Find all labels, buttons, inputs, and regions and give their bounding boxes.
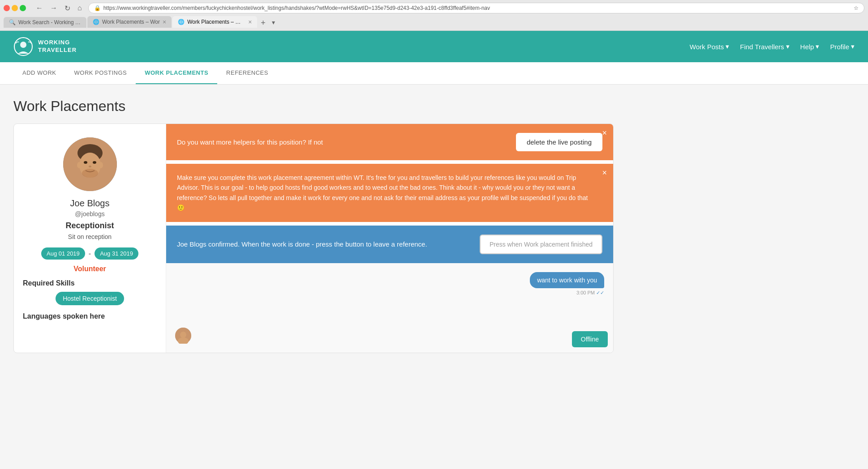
date-badges: Aug 01 2019 - Aug 31 2019 — [41, 247, 138, 260]
back-button[interactable]: ← — [33, 3, 46, 13]
svg-point-6 — [93, 161, 96, 164]
svg-point-10 — [99, 162, 103, 168]
placement-finished-button[interactable]: Press when Work placement finished — [480, 234, 602, 254]
browser-tab-1[interactable]: 🔍 Work Search - Working Trav — [4, 17, 86, 28]
alert1-text: Do you want more helpers for this positi… — [177, 138, 509, 146]
alert1-row: Do you want more helpers for this positi… — [177, 133, 602, 151]
chat-small-avatar — [175, 328, 191, 344]
bookmark-icon[interactable]: ☆ — [854, 5, 859, 11]
header-nav: Work Posts ▾ Find Travellers ▾ Help ▾ Pr… — [690, 43, 855, 51]
nav-profile-chevron: ▾ — [851, 43, 855, 51]
date-start-badge: Aug 01 2019 — [41, 247, 85, 260]
avatar-image — [63, 137, 117, 191]
logo-icon — [13, 37, 34, 57]
tab2-favicon: 🌐 — [93, 19, 99, 25]
svg-point-9 — [77, 162, 82, 168]
logo-area[interactable]: WORKING TRAVELLER — [13, 37, 77, 57]
tab3-close[interactable]: × — [248, 18, 252, 26]
confirm-text: Joe Blogs confirmed. When the work is do… — [177, 240, 473, 248]
user-role: Receptionist — [65, 221, 114, 230]
subnav-work-placements[interactable]: WORK PLACEMENTS — [136, 62, 217, 84]
sub-nav: ADD WORK WORK POSTINGS WORK PLACEMENTS R… — [0, 62, 868, 85]
svg-point-1 — [20, 42, 26, 48]
tab-list-button[interactable]: ▾ — [269, 17, 278, 28]
user-name: Joe Blogs — [70, 198, 110, 209]
volunteer-badge: Volunteer — [73, 265, 106, 273]
svg-point-12 — [180, 332, 186, 338]
avatar — [63, 137, 117, 191]
lock-icon: 🔒 — [94, 5, 101, 11]
nav-profile[interactable]: Profile ▾ — [830, 43, 855, 51]
nav-work-posts[interactable]: Work Posts ▾ — [690, 43, 729, 51]
new-tab-button[interactable]: + — [258, 18, 268, 28]
left-panel: Joe Blogs @joeblogs Receptionist Sit on … — [14, 124, 166, 353]
right-panel: × Do you want more helpers for this posi… — [166, 124, 613, 353]
tab1-title: Work Search - Working Trav — [18, 19, 81, 26]
date-end-badge: Aug 31 2019 — [95, 247, 138, 260]
svg-point-8 — [82, 169, 98, 178]
main-content: Work Placements — [0, 85, 627, 367]
svg-point-5 — [84, 161, 87, 164]
date-separator: - — [89, 250, 91, 258]
tab2-title: Work Placements – Wor — [102, 19, 160, 25]
reload-button[interactable]: ↻ — [62, 3, 73, 13]
alert2-close-btn[interactable]: × — [602, 168, 607, 178]
nav-find-travellers-chevron: ▾ — [786, 43, 790, 51]
alert-box-2: × Make sure you complete this work place… — [166, 164, 613, 222]
required-skills-label: Required Skills — [23, 279, 75, 287]
tab3-favicon: 🌐 — [178, 19, 185, 25]
subnav-add-work[interactable]: ADD WORK — [13, 62, 65, 84]
page-title: Work Placements — [13, 98, 614, 115]
address-bar[interactable]: 🔒 https://www.workingtraveller.com/membe… — [88, 3, 864, 13]
chat-bubble-right: want to work with you — [530, 272, 604, 288]
site-header: WORKING TRAVELLER Work Posts ▾ Find Trav… — [0, 31, 868, 62]
chat-area: want to work with you 3:00 PM ✓✓ — [166, 263, 613, 353]
window-max-btn[interactable] — [20, 5, 26, 11]
tab2-close[interactable]: × — [163, 18, 166, 26]
placement-card: Joe Blogs @joeblogs Receptionist Sit on … — [13, 124, 614, 353]
browser-chrome: ← → ↻ ⌂ 🔒 https://www.workingtraveller.c… — [0, 0, 868, 31]
tab1-favicon: 🔍 — [9, 19, 16, 26]
tab3-title: Work Placements – Work Pc — [187, 19, 245, 25]
browser-tab-3[interactable]: 🌐 Work Placements – Work Pc × — [172, 16, 257, 28]
logo-text: WORKING TRAVELLER — [38, 39, 77, 54]
url-text: https://www.workingtraveller.com/members… — [103, 5, 851, 11]
nav-find-travellers[interactable]: Find Travellers ▾ — [740, 43, 789, 51]
delivered-icon: ✓✓ — [596, 290, 604, 295]
chat-message-1: want to work with you 3:00 PM ✓✓ — [175, 272, 604, 296]
window-min-btn[interactable] — [12, 5, 18, 11]
subnav-references[interactable]: REFERENCES — [217, 62, 277, 84]
user-handle: @joeblogs — [75, 210, 104, 217]
languages-label: Languages spoken here — [23, 312, 105, 320]
nav-help-chevron: ▾ — [816, 43, 819, 51]
home-button[interactable]: ⌂ — [75, 3, 85, 13]
user-description: Sit on reception — [68, 233, 112, 240]
chat-avatar-area — [175, 328, 191, 344]
confirm-box: Joe Blogs confirmed. When the work is do… — [166, 226, 613, 263]
forward-button[interactable]: → — [47, 3, 60, 13]
offline-badge: Offline — [572, 331, 608, 347]
skill-badge: Hostel Receptionist — [56, 292, 124, 305]
window-close-btn[interactable] — [4, 5, 10, 11]
alert1-close-btn[interactable]: × — [602, 128, 607, 138]
browser-tab-2[interactable]: 🌐 Work Placements – Wor × — [87, 16, 172, 28]
chat-time: 3:00 PM ✓✓ — [576, 290, 604, 296]
subnav-work-postings[interactable]: WORK POSTINGS — [65, 62, 136, 84]
alert-box-1: × Do you want more helpers for this posi… — [166, 124, 613, 160]
svg-point-7 — [89, 166, 91, 167]
delete-live-posting-button[interactable]: delete the live posting — [516, 133, 602, 151]
alert2-text: Make sure you complete this work placeme… — [177, 173, 602, 213]
nav-work-posts-chevron: ▾ — [726, 43, 729, 51]
nav-help[interactable]: Help ▾ — [800, 43, 820, 51]
